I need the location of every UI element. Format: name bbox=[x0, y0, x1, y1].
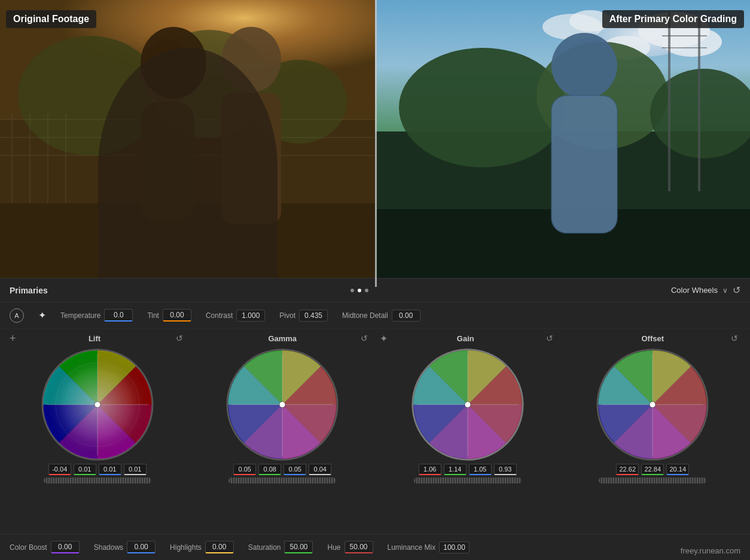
dropdown-icon[interactable]: ∨ bbox=[722, 286, 728, 295]
graded-scene-svg bbox=[375, 0, 750, 287]
shadows-group: Shadows 0.00 bbox=[94, 541, 156, 553]
svg-point-44 bbox=[94, 402, 100, 408]
lift-g-value[interactable]: 0.01 bbox=[74, 464, 96, 475]
svg-point-52 bbox=[279, 402, 285, 408]
midtone-value[interactable]: 0.00 bbox=[392, 310, 420, 322]
svg-rect-38 bbox=[375, 0, 750, 287]
gain-b-value[interactable]: 1.05 bbox=[469, 464, 492, 475]
shadows-label: Shadows bbox=[94, 543, 123, 552]
split-divider bbox=[375, 0, 377, 287]
saturation-value[interactable]: 50.00 bbox=[284, 541, 313, 553]
panel-reset-icon[interactable]: ↺ bbox=[733, 284, 740, 296]
color-wheels-label[interactable]: Color Wheels bbox=[671, 286, 718, 295]
gamma-section: Gamma ↺ bbox=[190, 329, 376, 486]
offset-wheel-wrapper[interactable] bbox=[596, 348, 709, 461]
original-footage-panel bbox=[0, 0, 375, 287]
gain-section: ✦ Gain ↺ bbox=[375, 329, 560, 486]
highlights-group: Highlights 0.00 bbox=[170, 541, 234, 553]
gain-wheel-svg[interactable] bbox=[411, 348, 525, 461]
video-preview: Original Footage After Primary Color Gra… bbox=[0, 0, 750, 287]
gain-lum-slider[interactable] bbox=[414, 478, 522, 484]
gamma-wheel-wrapper[interactable] bbox=[225, 348, 339, 461]
offset-wheel-svg[interactable] bbox=[596, 348, 709, 461]
gain-header: ✦ Gain ↺ bbox=[380, 331, 556, 345]
gain-r-value[interactable]: 1.06 bbox=[419, 464, 441, 475]
top-controls-row: A ✦ Temperature 0.0 Tint 0.00 Contrast 1… bbox=[0, 302, 750, 329]
gamma-wheel-svg[interactable] bbox=[225, 348, 339, 461]
gain-add-icon[interactable]: ✦ bbox=[380, 333, 388, 344]
tint-group: Tint 0.00 bbox=[147, 309, 191, 322]
gain-g-value[interactable]: 1.14 bbox=[444, 464, 467, 475]
offset-b-value[interactable]: 20.14 bbox=[666, 464, 689, 475]
offset-g-value[interactable]: 22.84 bbox=[641, 464, 664, 475]
luminance-mix-group: Luminance Mix 100.00 bbox=[388, 541, 469, 553]
panel-right-controls: Color Wheels ∨ ↺ bbox=[671, 284, 740, 296]
offset-r-value[interactable]: 22.62 bbox=[616, 464, 639, 475]
midtone-label: Midtone Detail bbox=[342, 311, 388, 320]
svg-rect-18 bbox=[0, 0, 375, 287]
lift-r-value[interactable]: -0.04 bbox=[48, 464, 71, 475]
saturation-label: Saturation bbox=[248, 543, 281, 552]
gamma-b-value[interactable]: 0.05 bbox=[283, 464, 306, 475]
lift-reset-icon[interactable]: ↺ bbox=[173, 333, 185, 343]
dot-3[interactable] bbox=[365, 289, 368, 292]
color-boost-label: Color Boost bbox=[10, 543, 47, 552]
contrast-group: Contrast 1.000 bbox=[206, 310, 265, 322]
offset-values: 22.62 22.84 20.14 bbox=[616, 464, 689, 475]
dot-1[interactable] bbox=[350, 289, 354, 292]
contrast-value[interactable]: 1.000 bbox=[236, 310, 265, 322]
lift-label: Lift bbox=[16, 334, 173, 343]
color-boost-value[interactable]: 0.00 bbox=[51, 541, 80, 553]
pivot-group: Pivot 0.435 bbox=[279, 310, 328, 322]
gamma-g-value[interactable]: 0.08 bbox=[258, 464, 281, 475]
svg-point-66 bbox=[650, 402, 656, 408]
offset-lum-slider[interactable] bbox=[599, 478, 706, 484]
gamma-label: Gamma bbox=[207, 334, 359, 343]
shadows-value[interactable]: 0.00 bbox=[127, 541, 156, 553]
luminance-mix-value[interactable]: 100.00 bbox=[439, 541, 469, 553]
svg-point-59 bbox=[465, 402, 471, 408]
gain-label: Gain bbox=[388, 334, 544, 343]
graded-footage-label: After Primary Color Grading bbox=[602, 10, 744, 28]
panel-title: Primaries bbox=[10, 286, 48, 295]
lift-section: + Lift ↺ bbox=[5, 329, 190, 486]
auto-button[interactable]: A bbox=[10, 308, 24, 323]
temperature-group: Temperature 0.0 bbox=[60, 309, 133, 322]
color-boost-group: Color Boost 0.00 bbox=[10, 541, 80, 553]
gain-wheel-wrapper[interactable] bbox=[411, 348, 525, 461]
gamma-r-value[interactable]: 0.05 bbox=[233, 464, 256, 475]
gain-w-value[interactable]: 0.93 bbox=[494, 464, 517, 475]
original-scene-svg bbox=[0, 0, 375, 287]
watermark: freey.runean.com bbox=[681, 546, 740, 555]
tint-value[interactable]: 0.00 bbox=[163, 309, 191, 322]
highlights-value[interactable]: 0.00 bbox=[205, 541, 234, 553]
gain-reset-icon[interactable]: ↺ bbox=[544, 333, 556, 343]
contrast-label: Contrast bbox=[206, 311, 233, 320]
saturation-group: Saturation 50.00 bbox=[248, 541, 313, 553]
lift-lum-slider[interactable] bbox=[44, 478, 151, 484]
lift-add-icon[interactable]: + bbox=[10, 332, 16, 345]
lift-wheel-wrapper[interactable] bbox=[41, 348, 154, 461]
lift-values: -0.04 0.01 0.01 0.01 bbox=[48, 464, 147, 475]
dot-2[interactable] bbox=[358, 289, 361, 292]
wheels-row: + Lift ↺ bbox=[0, 329, 750, 490]
lift-wheel-svg[interactable] bbox=[41, 348, 154, 461]
wand-icon[interactable]: ✦ bbox=[38, 310, 46, 321]
pivot-label: Pivot bbox=[279, 311, 295, 320]
gamma-lum-slider[interactable] bbox=[228, 478, 336, 484]
lift-w-value[interactable]: 0.01 bbox=[124, 464, 147, 475]
offset-reset-icon[interactable]: ↺ bbox=[728, 333, 740, 343]
pivot-value[interactable]: 0.435 bbox=[299, 310, 328, 322]
hue-value[interactable]: 50.00 bbox=[344, 541, 373, 553]
luminance-mix-label: Luminance Mix bbox=[388, 543, 436, 552]
lift-b-value[interactable]: 0.01 bbox=[99, 464, 121, 475]
pagination-dots[interactable] bbox=[350, 289, 368, 292]
gain-values: 1.06 1.14 1.05 0.93 bbox=[419, 464, 517, 475]
gamma-reset-icon[interactable]: ↺ bbox=[358, 333, 370, 343]
gamma-w-value[interactable]: 0.04 bbox=[309, 464, 331, 475]
offset-label: Offset bbox=[577, 334, 729, 343]
temperature-value[interactable]: 0.0 bbox=[104, 309, 133, 322]
offset-section: Offset ↺ bbox=[560, 329, 746, 486]
graded-footage-panel bbox=[375, 0, 750, 287]
gamma-header: Gamma ↺ bbox=[195, 331, 371, 345]
